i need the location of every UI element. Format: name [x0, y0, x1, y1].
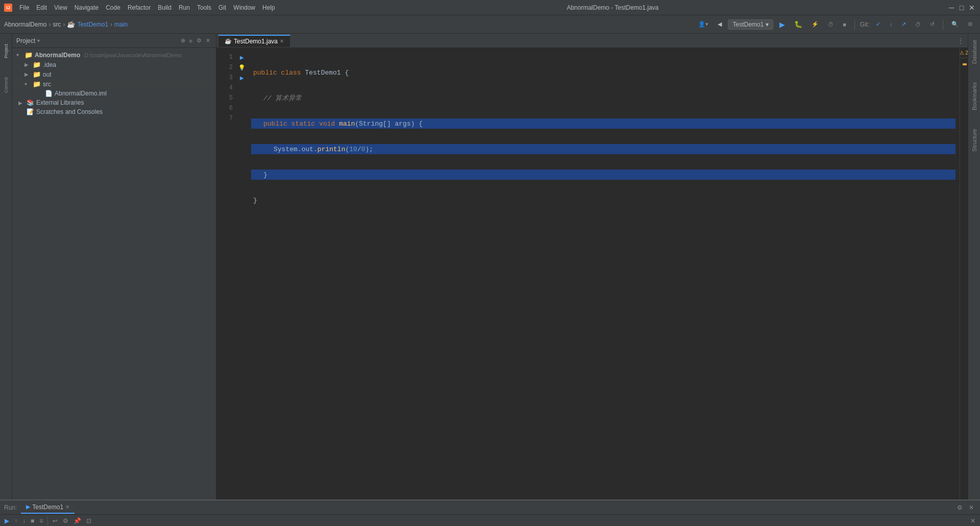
minimize-button[interactable]: ─ [947, 4, 955, 12]
breadcrumb: AbnormalDemo › src › ☕ TestDemo1 › main [4, 20, 128, 28]
hide-panel-button[interactable]: ✕ [967, 503, 976, 512]
stop-run-button[interactable]: ■ [28, 516, 37, 526]
tree-out[interactable]: ▶ 📁 out [12, 69, 216, 79]
code-line-4: System.out.println(10/0); [251, 144, 955, 154]
menu-view[interactable]: View [51, 3, 70, 12]
hint-icon-2[interactable]: 💡 [238, 63, 246, 71]
fn-println: println [317, 146, 346, 153]
gutter-5 [237, 93, 247, 103]
run-button[interactable]: ▶ [776, 18, 788, 31]
settings-button[interactable]: ⚙ [965, 19, 976, 30]
breadcrumb-method[interactable]: main [114, 21, 128, 28]
project-close-button[interactable]: ✕ [204, 36, 212, 45]
menu-help[interactable]: Help [259, 3, 278, 12]
project-dropdown-arrow[interactable]: ▾ [37, 38, 40, 43]
search-button[interactable]: 🔍 [948, 19, 962, 30]
right-tab-database[interactable]: Database [969, 36, 979, 68]
left-sidebar: Project Commit [0, 34, 12, 499]
iml-file-icon: 📄 [45, 90, 53, 97]
debug-button[interactable]: 🐛 [791, 18, 805, 30]
git-push-button[interactable]: ↗ [898, 19, 909, 30]
breadcrumb-class[interactable]: TestDemo1 [77, 21, 108, 28]
menu-tools[interactable]: Tools [194, 3, 214, 12]
editor-tab-more[interactable]: ⋮ [955, 35, 966, 46]
run-gutter-arrow-1[interactable]: ▶ [240, 55, 244, 60]
git-update-button[interactable]: ↑ [887, 19, 896, 30]
line-numbers: 1 2 3 4 5 6 7 [216, 48, 237, 499]
menu-edit[interactable]: Edit [33, 3, 50, 12]
menu-window[interactable]: Window [230, 3, 258, 12]
settings-gear-button[interactable]: ⚙ [955, 503, 965, 512]
project-settings-button[interactable]: ⚙ [195, 36, 203, 45]
run-again-button[interactable]: ▶ [2, 516, 12, 526]
kw-void: void [319, 120, 339, 128]
restore-layout-button[interactable]: ⊡ [84, 516, 94, 526]
menu-run[interactable]: Run [176, 3, 193, 12]
tree-scratches[interactable]: 📝 Scratches and Consoles [12, 107, 216, 116]
menu-navigate[interactable]: Navigate [71, 3, 102, 12]
menu-build[interactable]: Build [155, 3, 175, 12]
close-console-button[interactable]: ✕ [968, 516, 978, 526]
navigate-back-button[interactable]: ◀ [715, 19, 725, 30]
bottom-tab-tools: ⚙ ✕ [955, 503, 976, 512]
tree-src[interactable]: ▾ 📁 src [12, 79, 216, 89]
scratches-icon: 📝 [27, 108, 34, 115]
line-num-5: 5 [216, 93, 237, 103]
run-config-selector[interactable]: TestDemo1 ▾ [728, 19, 773, 30]
settings-console-button[interactable]: ⚙ [60, 516, 71, 526]
breadcrumb-src[interactable]: src [53, 21, 61, 28]
project-collapse-button[interactable]: ≡ [188, 36, 194, 45]
tree-ext-name: External Libraries [36, 99, 84, 106]
breadcrumb-project[interactable]: AbnormalDemo [4, 21, 46, 28]
git-revert-button[interactable]: ↺ [927, 19, 938, 30]
tree-iml[interactable]: 📄 AbnormalDemo.iml [12, 89, 216, 98]
out-folder-icon: 📁 [33, 70, 41, 78]
editor-tab-testdemo1[interactable]: ☕ TestDemo1.java ✕ [218, 35, 290, 47]
breadcrumb-sep3: › [110, 21, 112, 28]
stop-button[interactable]: ■ [840, 19, 849, 30]
code-content[interactable]: public class TestDemo1 { // 算术异常 public … [247, 48, 960, 499]
menu-code[interactable]: Code [103, 3, 124, 12]
code-editor[interactable]: 1 2 3 4 5 6 7 ▶ 💡 ▶ [216, 48, 960, 499]
maximize-button[interactable]: □ [958, 4, 966, 12]
tree-root[interactable]: ▾ 📁 AbnormalDemo D:\code\java\Javacode\A… [12, 50, 216, 60]
menu-git[interactable]: Git [215, 3, 229, 12]
soft-wrap-button[interactable]: ↩ [50, 516, 60, 526]
gutter-6 [237, 103, 247, 113]
profile-run-button[interactable]: ⏱ [825, 19, 837, 30]
scroll-down-button[interactable]: ↓ [20, 516, 28, 526]
menu-file[interactable]: File [16, 3, 32, 12]
filter-button[interactable]: ≡ [37, 516, 45, 526]
sidebar-project-icon[interactable]: Project [1, 36, 12, 66]
paren-open: ( [355, 120, 359, 128]
profile-button[interactable]: 👤▾ [695, 19, 712, 30]
breadcrumb-sep1: › [48, 21, 51, 28]
line-num-1: 1 [216, 52, 237, 62]
bottom-tab-testdemo1[interactable]: ▶ TestDemo1 ✕ [21, 501, 75, 514]
scroll-up-button[interactable]: ↑ [12, 516, 20, 526]
title-bar: IJ File Edit View Navigate Code Refactor… [0, 0, 980, 15]
coverage-button[interactable]: ⚡ [808, 19, 822, 30]
right-tab-structure[interactable]: Structure [969, 125, 979, 156]
sidebar-commit-icon[interactable]: Commit [1, 73, 12, 98]
paren-close: ) { [411, 120, 423, 128]
code-line-7 [251, 221, 955, 231]
menu-refactor[interactable]: Refactor [125, 3, 154, 12]
editor-tab-close[interactable]: ✕ [280, 38, 284, 44]
right-tab-bookmarks[interactable]: Bookmarks [969, 78, 979, 114]
tree-ext-libs[interactable]: ▶ 📚 External Libraries [12, 98, 216, 107]
system-class: System [274, 146, 298, 153]
project-header-left: Project ▾ [16, 37, 40, 44]
run-tab-close[interactable]: ✕ [65, 504, 69, 510]
tree-idea[interactable]: ▶ 📁 .idea [12, 60, 216, 69]
bottom-tabs: Run: ▶ TestDemo1 ✕ ⚙ ✕ [0, 500, 980, 515]
project-tree: ▾ 📁 AbnormalDemo D:\code\java\Javacode\A… [12, 48, 216, 499]
project-header: Project ▾ ⊕ ≡ ⚙ ✕ [12, 34, 216, 48]
git-check-button[interactable]: ✓ [873, 19, 884, 30]
code-line-3: public static void main(String[] args) { [251, 118, 955, 129]
project-add-button[interactable]: ⊕ [179, 36, 187, 45]
run-gutter-arrow-3[interactable]: ▶ [240, 75, 244, 81]
close-button[interactable]: ✕ [968, 4, 976, 12]
pin-tab-button[interactable]: 📌 [71, 516, 84, 526]
git-history-button[interactable]: ⏱ [912, 19, 924, 30]
